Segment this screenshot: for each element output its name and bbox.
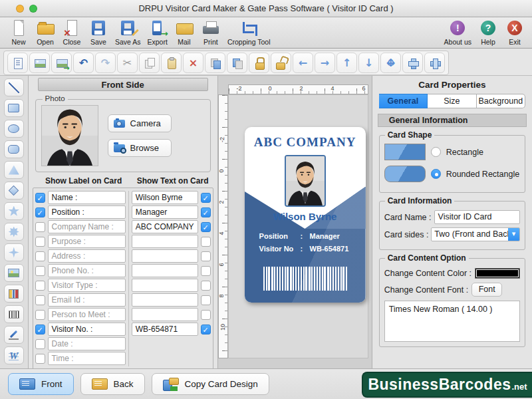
label-field[interactable]: Purpose : (48, 235, 126, 248)
card-side-button[interactable]: Front (8, 373, 74, 395)
palette-tool-button[interactable]: W (4, 346, 24, 364)
card-fields[interactable]: Position : Manager Visitor No : WB-65487… (259, 232, 359, 257)
card-barcode[interactable] (263, 267, 347, 291)
edit-tool-button[interactable] (51, 53, 72, 73)
palette-tool-button[interactable] (4, 264, 24, 282)
palette-tool-button[interactable] (4, 120, 24, 138)
edit-tool-button[interactable] (205, 53, 225, 73)
card-photo[interactable] (285, 155, 326, 207)
palette-tool-button[interactable] (4, 223, 24, 241)
label-field[interactable]: Phone No. : (48, 264, 126, 277)
text-checkbox[interactable] (201, 193, 211, 203)
edit-tool-button[interactable] (380, 53, 401, 73)
label-field[interactable]: Name : (48, 191, 126, 204)
palette-tool-button[interactable] (4, 99, 24, 117)
toolbar-button[interactable]: New (5, 19, 32, 47)
chevron-down-icon[interactable] (508, 228, 519, 241)
text-checkbox[interactable] (201, 295, 211, 305)
toolbar-button[interactable]: Print (198, 19, 224, 47)
canvas-page[interactable]: ABC COMPANY (228, 94, 368, 358)
text-checkbox[interactable] (201, 281, 211, 291)
label-checkbox[interactable] (35, 310, 45, 320)
edit-tool-button[interactable] (29, 53, 50, 73)
label-checkbox[interactable] (35, 251, 45, 261)
text-checkbox[interactable] (201, 266, 211, 276)
edit-tool-button[interactable] (161, 53, 182, 73)
palette-tool-button[interactable] (4, 182, 24, 200)
toolbar-button[interactable]: Exit (501, 19, 528, 47)
card-name-input[interactable]: Visitor ID Card (434, 210, 520, 224)
edit-tool-button[interactable]: → (315, 53, 335, 73)
card-side-button[interactable]: Copy Card Design (152, 373, 269, 395)
browse-button[interactable]: Browse (108, 139, 172, 157)
text-checkbox[interactable] (201, 251, 211, 261)
toolbar-button[interactable]: Export (144, 19, 171, 47)
label-field[interactable]: Person to Meet : (48, 308, 126, 321)
properties-tab[interactable]: Background (477, 94, 525, 108)
edit-tool-button[interactable]: ← (293, 53, 313, 73)
toolbar-button[interactable]: Mail (171, 19, 198, 47)
text-field[interactable] (132, 249, 198, 263)
edit-tool-button[interactable] (271, 53, 291, 73)
label-checkbox[interactable] (35, 193, 45, 203)
label-field[interactable]: Position : (48, 205, 126, 219)
font-button[interactable]: Font (471, 283, 502, 297)
text-checkbox[interactable] (201, 207, 211, 217)
palette-tool-button[interactable] (4, 305, 24, 323)
edit-tool-button[interactable]: ✂ (117, 53, 138, 73)
toolbar-button[interactable]: Save As (112, 19, 144, 47)
label-checkbox[interactable] (35, 339, 45, 349)
palette-tool-button[interactable] (4, 202, 24, 220)
palette-tool-button[interactable] (4, 161, 24, 179)
design-canvas[interactable]: -20246 -20246810 ABC COMPANY (218, 76, 372, 368)
traffic-light-button[interactable] (29, 5, 37, 13)
id-card-preview[interactable]: ABC COMPANY (245, 127, 366, 303)
text-field[interactable] (132, 235, 198, 248)
card-side-button[interactable]: Back (80, 373, 145, 395)
label-field[interactable]: Visitor Type : (48, 279, 126, 292)
palette-tool-button[interactable] (4, 140, 24, 158)
edit-tool-button[interactable]: × (183, 53, 203, 73)
traffic-light-button[interactable] (16, 5, 24, 13)
edit-tool-button[interactable]: ↑ (336, 53, 357, 73)
text-checkbox[interactable] (201, 222, 211, 232)
edit-tool-button[interactable] (227, 53, 247, 73)
palette-tool-button[interactable] (4, 326, 24, 344)
text-field[interactable]: Manager (132, 205, 198, 219)
edit-tool-button[interactable] (424, 53, 445, 73)
shape-radio[interactable] (431, 169, 441, 179)
toolbar-button[interactable]: About us (441, 19, 475, 47)
text-checkbox[interactable] (201, 325, 211, 334)
label-checkbox[interactable] (35, 325, 45, 334)
toolbar-button[interactable]: Save (85, 19, 112, 47)
label-checkbox[interactable] (35, 207, 45, 217)
label-field[interactable]: Email Id : (48, 293, 126, 307)
card-sides-dropdown[interactable]: Two (Front and Back) (431, 227, 520, 241)
edit-tool-button[interactable] (139, 53, 160, 73)
palette-tool-button[interactable] (4, 285, 24, 303)
properties-tab[interactable]: General (379, 94, 428, 108)
card-company-name[interactable]: ABC COMPANY (245, 135, 366, 150)
label-field[interactable]: Time : (48, 352, 126, 365)
properties-tab[interactable]: Size (428, 94, 476, 108)
edit-tool-button[interactable] (402, 53, 423, 73)
text-field[interactable]: Wilson Byrne (132, 191, 198, 204)
edit-tool-button[interactable]: ↷ (95, 53, 116, 73)
text-field[interactable]: WB-654871 (132, 323, 198, 336)
label-field[interactable]: Company Name : (48, 220, 126, 233)
label-field[interactable]: Visitor No. : (48, 323, 126, 336)
content-color-swatch[interactable] (475, 268, 520, 279)
text-field[interactable] (132, 308, 198, 321)
camera-button[interactable]: Camera (108, 114, 172, 132)
label-checkbox[interactable] (35, 281, 45, 291)
edit-tool-button[interactable]: ↓ (358, 53, 379, 73)
label-checkbox[interactable] (35, 295, 45, 305)
card-visitor-name[interactable]: Wilson Byrne (245, 211, 366, 222)
palette-tool-button[interactable] (4, 243, 24, 261)
shape-radio[interactable] (431, 147, 441, 157)
label-checkbox[interactable] (35, 222, 45, 232)
label-field[interactable]: Date : (48, 337, 126, 350)
edit-tool-button[interactable] (7, 53, 28, 73)
text-field[interactable] (132, 293, 198, 307)
toolbar-button[interactable]: Open (32, 19, 59, 47)
